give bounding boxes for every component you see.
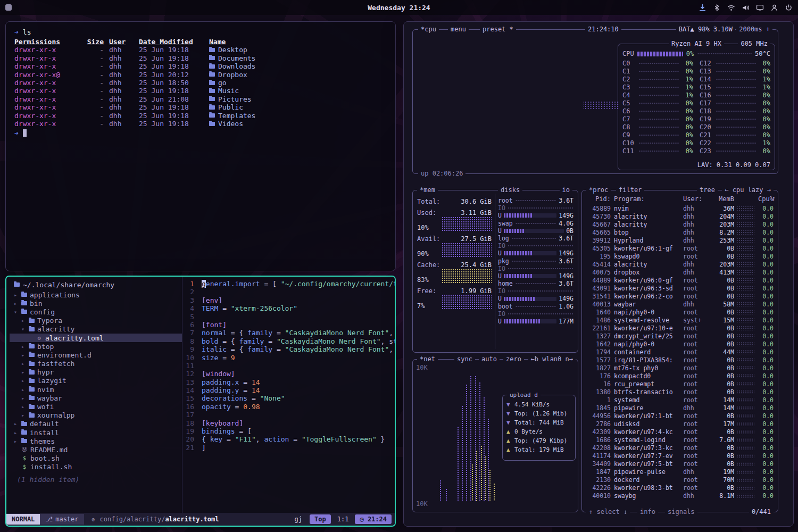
process-row[interactable]: 40075dropboxdhh413M0.0	[586, 268, 774, 276]
process-row[interactable]: 1systemdroot14M0.0	[586, 396, 774, 404]
menu-button[interactable]: menu	[448, 26, 469, 34]
tree-item-themes[interactable]: ▸themes	[10, 437, 182, 445]
preset-button[interactable]: preset *	[480, 26, 516, 34]
tree-item-fastfetch[interactable]: ▸fastfetch	[10, 360, 182, 368]
tree-item-wofi[interactable]: ▸wofi	[10, 402, 182, 411]
process-row[interactable]: 45414alacrittydhh203M0.0	[586, 260, 774, 268]
power-icon[interactable]	[785, 4, 793, 12]
process-row[interactable]: 42226kworker/u98:3-btroot0B0.0	[586, 484, 774, 492]
code-line[interactable]: 9italic = { family = "CaskaydiaMono Nerd…	[182, 345, 395, 353]
process-row[interactable]: 1577irq/81-PIXA3854:root0B0.0	[586, 356, 774, 364]
process-row[interactable]: 1327dmcrypt_write/25root0B0.0	[586, 332, 774, 340]
process-row[interactable]: 2786udisksdroot17M0.0	[586, 420, 774, 428]
code-line[interactable]: 11	[182, 362, 395, 370]
app-menu-icon[interactable]	[5, 4, 12, 11]
code-line[interactable]: 19bindings = [	[182, 427, 395, 435]
process-row[interactable]: 40010swaybgdhh8.1M0.0	[586, 492, 774, 500]
process-row[interactable]: 42208kworker/u97:3-kcroot0B0.0	[586, 444, 774, 452]
process-row[interactable]: 1827mt76-tx phy0root0B0.0	[586, 364, 774, 372]
code-line[interactable]: 1general.import = [ "~/.config/omarchy/c…	[182, 280, 395, 288]
tree-item-waybar[interactable]: ▸waybar	[10, 394, 182, 402]
code-line[interactable]: 6[font]	[182, 321, 395, 329]
tree-item-nvim[interactable]: ▸nvim	[10, 385, 182, 394]
code-editor[interactable]: 1general.import = [ "~/.config/omarchy/c…	[182, 277, 395, 513]
editor-window[interactable]: ~/.local/share/omarchy ▸applications▸bin…	[5, 276, 396, 527]
code-line[interactable]: 4TERM = "xterm-256color"	[182, 304, 395, 312]
git-branch[interactable]: ⎇ master	[40, 514, 84, 525]
process-row[interactable]: 45730alacrittydhh204M0.0	[586, 212, 774, 220]
process-row[interactable]: 42309kworker/u97:4-kcroot0B0.0	[586, 428, 774, 436]
volume-icon[interactable]	[742, 4, 750, 12]
process-row[interactable]: 176kcompactd0root0B0.0	[586, 372, 774, 380]
tree-item-README.md[interactable]: ⓂREADME.md	[10, 445, 182, 454]
code-line[interactable]: 7normal = { family = "CaskaydiaMono Nerd…	[182, 329, 395, 337]
tree-item-install[interactable]: ▸install	[10, 428, 182, 437]
wifi-icon[interactable]	[727, 4, 735, 12]
code-line[interactable]: 21]	[182, 444, 395, 452]
bluetooth-icon[interactable]	[713, 4, 721, 12]
user-icon[interactable]	[770, 4, 778, 12]
process-row[interactable]: 1794containerdroot44M0.0	[586, 348, 774, 356]
process-row[interactable]: 1686systemd-logindroot7.6M0.0	[586, 436, 774, 444]
process-row[interactable]: 31541kworker/u96:2-coroot0B0.0	[586, 292, 774, 300]
code-line[interactable]: 16opacity = 0.98	[182, 403, 395, 411]
process-row[interactable]: 22161kworker/u97:10-eroot0B0.0	[586, 324, 774, 332]
tree-item-btop[interactable]: ▸btop	[10, 342, 182, 351]
process-row[interactable]: 195kswapd0root0B0.0	[586, 252, 774, 260]
btop-window[interactable]: *cpu menu preset * 21:24:10 BAT▲ 98% 3.1…	[403, 21, 794, 527]
code-line[interactable]: 15decorations = "None"	[182, 394, 395, 402]
proc-sort-selector[interactable]: ← cpu lazy →	[722, 186, 774, 194]
code-line[interactable]: 8bold = { family = "CaskaydiaMono Nerd F…	[182, 337, 395, 345]
code-line[interactable]: 2	[182, 288, 395, 296]
tree-item-install.sh[interactable]: $install.sh	[10, 463, 182, 471]
tree-item-default[interactable]: ▸default	[10, 420, 182, 428]
net-sync-button[interactable]: sync	[454, 355, 475, 363]
code-line[interactable]: 13padding.x = 14	[182, 378, 395, 386]
net-zero-button[interactable]: zero	[503, 355, 524, 363]
process-row[interactable]: 1486systemd-resolvesyst+15M0.0	[586, 316, 774, 324]
tree-item-config[interactable]: ▾config	[10, 307, 182, 316]
display-icon[interactable]	[756, 4, 764, 12]
tree-item-boot.sh[interactable]: $boot.sh	[10, 454, 182, 463]
process-row[interactable]: 1640napi/phy0-0root0B0.0	[586, 308, 774, 316]
process-row[interactable]: 45889nvimdhh36M0.0	[586, 204, 774, 212]
process-row[interactable]: 40013waybardhh58M0.0	[586, 300, 774, 308]
tree-item-applications[interactable]: ▸applications	[10, 290, 182, 299]
process-row[interactable]: 34409kworker/u97:5-btroot0B0.0	[586, 460, 774, 468]
tree-item-bin[interactable]: ▸bin	[10, 299, 182, 307]
code-line[interactable]: 3[env]	[182, 296, 395, 304]
tree-item-lazygit[interactable]: ▸lazygit	[10, 377, 182, 385]
proc-signals-button[interactable]: signals	[665, 508, 697, 516]
proc-tree-toggle[interactable]: tree	[697, 186, 718, 194]
code-line[interactable]: 20{ key = "F11", action = "ToggleFullscr…	[182, 435, 395, 443]
process-row[interactable]: 45667alacrittydhh203M0.0	[586, 220, 774, 228]
process-row[interactable]: 41174kworker/u97:7-evroot0B0.0	[586, 452, 774, 460]
process-row[interactable]: 1642napi/phy0-0root0B0.0	[586, 340, 774, 348]
process-row[interactable]: 45305kworker/u96:1-gfroot0B0.0	[586, 244, 774, 252]
code-line[interactable]: 17	[182, 411, 395, 419]
net-interface-selector[interactable]: ←b wlan0 n→	[528, 355, 576, 363]
tree-item-hypr[interactable]: ▸hypr	[10, 368, 182, 377]
tree-item-alacritty[interactable]: ▾alacritty	[10, 325, 182, 334]
proc-info-button[interactable]: info	[637, 508, 658, 516]
tree-item-Typora[interactable]: ▸Typora	[10, 317, 182, 325]
proc-select-nav[interactable]: ↑ select ↓	[586, 508, 630, 516]
updates-icon[interactable]	[699, 4, 706, 12]
net-auto-button[interactable]: auto	[479, 355, 500, 363]
tree-item-xournalpp[interactable]: ▸xournalpp	[10, 411, 182, 420]
tree-item-environment.d[interactable]: ▸environment.d	[10, 351, 182, 359]
code-line[interactable]: 10size = 9	[182, 354, 395, 362]
process-row[interactable]: 2130dockerdroot70M0.0	[586, 476, 774, 484]
update-interval-control[interactable]: 2000ms +	[736, 26, 772, 34]
code-line[interactable]: 18[keyboard]	[182, 419, 395, 427]
code-line[interactable]: 14padding.y = 14	[182, 386, 395, 394]
code-line[interactable]: 12[window]	[182, 370, 395, 378]
net-panel-title[interactable]: upload d	[507, 391, 541, 399]
process-row[interactable]: 44889kworker/u96:0-gfroot0B0.0	[586, 276, 774, 284]
process-row[interactable]: 39912Hyprlanddhh253M0.0	[586, 236, 774, 244]
code-line[interactable]: 5	[182, 313, 395, 321]
process-row[interactable]: 16rcu_preemptroot0B0.0	[586, 380, 774, 388]
process-row[interactable]: 1380btrfs-transactioroot0B0.0	[586, 388, 774, 396]
process-row[interactable]: 44956kworker/u97:1-btroot0B0.0	[586, 412, 774, 420]
process-row[interactable]: 45665btopdhh8.2M0.0	[586, 228, 774, 236]
